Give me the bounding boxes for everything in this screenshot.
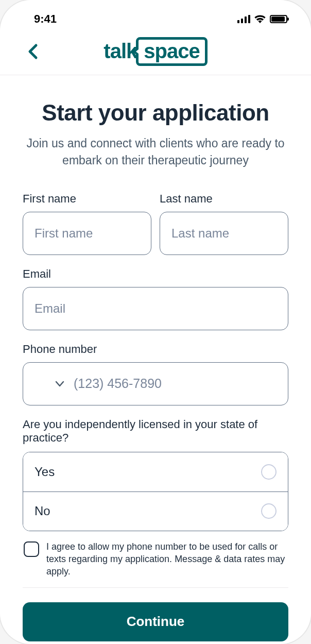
license-question: Are you independently licensed in your s… [23,418,288,445]
main-content: Start your application Join us and conne… [0,75,311,644]
application-form: First name Last name Email Phone number [23,192,288,641]
country-code-selector[interactable] [34,381,64,387]
status-icons [237,15,292,23]
radio-icon [261,464,277,480]
last-name-input[interactable] [160,212,288,255]
chevron-left-icon [28,43,38,60]
page-subtitle: Join us and connect with clients who are… [23,135,288,170]
cellular-signal-icon [237,15,250,23]
license-option-no[interactable]: No [23,492,288,531]
wifi-icon [254,15,266,23]
form-footer: Continue [23,588,288,641]
logo-text-2: space [144,40,199,63]
license-option-yes-label: Yes [34,465,55,479]
page-title: Start your application [23,100,288,126]
consent-row: I agree to allow my phone number to be u… [23,540,288,588]
battery-icon [270,15,287,23]
email-label: Email [23,267,288,281]
status-time: 9:41 [19,12,57,26]
first-name-label: First name [23,192,151,206]
nav-bar: talk space [0,28,311,75]
consent-checkbox[interactable] [24,541,39,557]
phone-input-wrap[interactable] [23,362,288,405]
radio-icon [261,503,277,519]
phone-input[interactable] [74,376,277,391]
back-button[interactable] [24,42,42,61]
email-input[interactable] [23,287,288,330]
license-option-no-label: No [34,504,50,518]
chevron-down-icon [55,381,64,387]
license-radio-group: Yes No [23,452,288,531]
consent-text: I agree to allow my phone number to be u… [46,540,287,578]
first-name-input[interactable] [23,212,151,255]
continue-button[interactable]: Continue [23,602,288,641]
phone-label: Phone number [23,343,288,356]
status-bar: 9:41 [0,0,311,28]
device-frame: 9:41 talk space Start your application [0,0,311,644]
license-option-yes[interactable]: Yes [23,452,288,492]
app-logo: talk space [103,37,207,66]
last-name-label: Last name [160,192,288,206]
